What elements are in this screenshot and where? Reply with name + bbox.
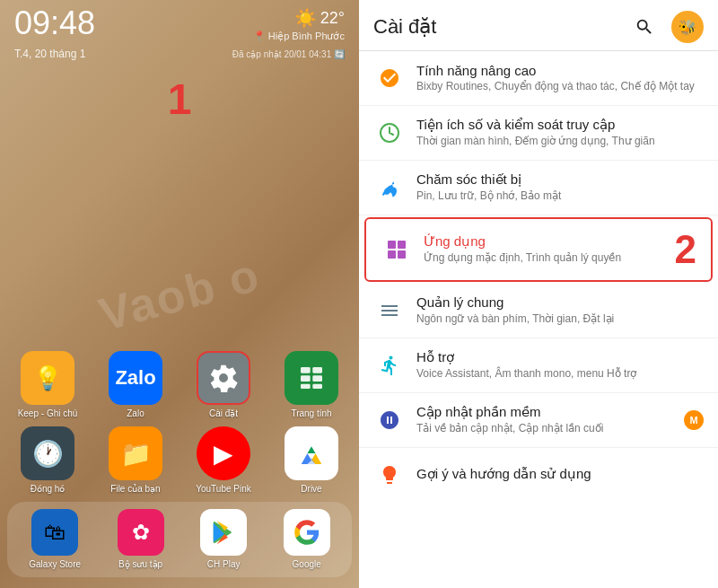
- settings-item-support[interactable]: Hỗ trợ Voice Assistant, Âm thanh mono, m…: [359, 338, 718, 393]
- app-youtube[interactable]: ▶ YouTube Pink: [183, 426, 264, 495]
- app-keep[interactable]: 💡 Keep - Ghi chú: [7, 351, 88, 419]
- keep-label: Keep - Ghi chú: [18, 408, 78, 419]
- location: 📍 Hiệp Bình Phước: [253, 31, 345, 42]
- temperature: 22°: [320, 9, 345, 28]
- settings-item-apps[interactable]: Ứng dụng Ứng dụng mặc định, Trình quản l…: [364, 217, 713, 282]
- collection-label: Bộ sưu tập: [118, 559, 162, 570]
- svg-rect-1: [312, 367, 322, 373]
- digital-title: Tiện ích số và kiểm soát truy cập: [416, 117, 704, 133]
- galaxy-icon: 🛍: [31, 509, 78, 556]
- general-title: Quản lý chung: [416, 294, 704, 311]
- settings-panel: Cài đặt 🐝 Tính năng nâng cao Bixby Ro: [359, 0, 718, 588]
- svg-rect-11: [398, 250, 406, 259]
- app-sheets[interactable]: Trang tính: [271, 351, 352, 419]
- apps-text: Ứng dụng Ứng dụng mặc định, Trình quản l…: [424, 233, 668, 266]
- home-screen: Vaob o 09:48 ☀️ 22° 📍 Hiệp Bình Phước T.…: [0, 0, 359, 588]
- sheets-svg: [297, 364, 326, 392]
- user-avatar[interactable]: 🐝: [671, 11, 704, 43]
- update-text: Cập nhật phần mềm Tải về bản cập nhật, C…: [416, 404, 684, 436]
- svg-rect-8: [388, 241, 396, 249]
- digital-icon: [373, 117, 406, 149]
- settings-item-advanced[interactable]: Tính năng nâng cao Bixby Routines, Chuyể…: [359, 51, 718, 106]
- tips-icon: [373, 459, 406, 491]
- advanced-title: Tính năng nâng cao: [416, 63, 704, 78]
- drive-icon: [285, 426, 338, 480]
- drive-svg: [295, 437, 328, 470]
- general-subtitle: Ngôn ngữ và bàn phím, Thời gian, Đặt lại: [416, 312, 704, 327]
- zalo-icon: Zalo: [109, 351, 162, 405]
- digital-svg: [379, 122, 400, 144]
- app-row-2: 🕐 Đồng hồ 📁 File của bạn ▶ YouTube Pink: [7, 426, 352, 495]
- settings-list: Tính năng nâng cao Bixby Routines, Chuyể…: [359, 51, 718, 588]
- support-title: Hỗ trợ: [416, 349, 704, 365]
- dock-collection[interactable]: ✿ Bộ sưu tập: [118, 509, 164, 570]
- files-label: File của bạn: [110, 484, 160, 495]
- svg-rect-10: [388, 250, 396, 259]
- device-care-text: Chăm sóc thiết bị Pin, Lưu trữ, Bộ nhớ, …: [416, 171, 704, 204]
- time-display: 09:48: [14, 7, 95, 39]
- app-settings[interactable]: Cài đặt: [183, 351, 264, 419]
- chplay-icon: [200, 509, 247, 556]
- home-content: 💡 Keep - Ghi chú Zalo Zalo Cài đặt: [0, 127, 359, 588]
- update-icon: [373, 404, 406, 436]
- google-label: Google: [293, 559, 321, 570]
- update-svg: [379, 409, 400, 431]
- update-text: Đã cập nhật 20/01 04:31 🔄: [232, 49, 345, 59]
- youtube-icon: ▶: [197, 426, 250, 480]
- search-icon: [635, 17, 654, 37]
- tips-text: Gợi ý và hướng dẫn sử dụng: [416, 466, 704, 484]
- settings-item-update[interactable]: Cập nhật phần mềm Tải về bản cập nhật, C…: [359, 393, 718, 448]
- status-bar: 09:48 ☀️ 22° 📍 Hiệp Bình Phước: [0, 0, 359, 46]
- svg-rect-4: [301, 384, 311, 389]
- advanced-icon: [373, 62, 406, 94]
- sheets-label: Trang tính: [291, 408, 331, 419]
- advanced-subtitle: Bixby Routines, Chuyển động và thao tác,…: [416, 80, 704, 94]
- dock-chplay[interactable]: CH Play: [200, 509, 247, 570]
- svg-rect-2: [301, 375, 311, 382]
- app-drive[interactable]: Drive: [271, 426, 352, 495]
- apps-title: Ứng dụng: [424, 233, 668, 250]
- dock-google[interactable]: Google: [284, 509, 330, 570]
- device-care-icon: [373, 171, 406, 204]
- support-subtitle: Voice Assistant, Âm thanh mono, menu Hỗ …: [416, 367, 704, 382]
- device-care-subtitle: Pin, Lưu trữ, Bộ nhớ, Bảo mật: [416, 189, 704, 204]
- youtube-label: YouTube Pink: [196, 484, 251, 495]
- weather-row: ☀️ 22°: [294, 7, 345, 29]
- settings-icon: [197, 351, 250, 405]
- app-zalo[interactable]: Zalo Zalo: [95, 351, 176, 419]
- clock-icon: 🕐: [21, 426, 74, 480]
- svg-rect-0: [301, 367, 311, 373]
- chplay-label: CH Play: [207, 559, 241, 570]
- apps-icon: [381, 233, 413, 266]
- zalo-label: Zalo: [127, 408, 144, 419]
- date-bar: T.4, 20 tháng 1 Đã cập nhật 20/01 04:31 …: [0, 46, 359, 67]
- status-right: ☀️ 22° 📍 Hiệp Bình Phước: [253, 7, 345, 42]
- header-icons: 🐝: [628, 11, 704, 43]
- update-subtitle: Tải về bản cập nhật, Cập nhật lần cuối: [416, 422, 684, 436]
- update-badge: M: [684, 410, 704, 430]
- dock-galaxy[interactable]: 🛍 Galaxy Store: [29, 509, 81, 570]
- tips-svg: [379, 464, 400, 486]
- device-care-title: Chăm sóc thiết bị: [416, 171, 704, 188]
- app-row-1: 💡 Keep - Ghi chú Zalo Zalo Cài đặt: [7, 351, 352, 419]
- dock: 🛍 Galaxy Store ✿ Bộ sưu tập: [7, 502, 352, 577]
- app-clock[interactable]: 🕐 Đồng hồ: [7, 426, 88, 495]
- digital-subtitle: Thời gian màn hình, Đếm giờ ứng dụng, Th…: [416, 135, 704, 149]
- general-text: Quản lý chung Ngôn ngữ và bàn phím, Thời…: [416, 294, 704, 327]
- support-text: Hỗ trợ Voice Assistant, Âm thanh mono, m…: [416, 349, 704, 382]
- search-button[interactable]: [628, 11, 661, 43]
- settings-label: Cài đặt: [209, 408, 238, 419]
- settings-item-tips[interactable]: Gợi ý và hướng dẫn sử dụng: [359, 448, 718, 502]
- settings-item-general[interactable]: Quản lý chung Ngôn ngữ và bàn phím, Thời…: [359, 284, 718, 338]
- device-care-svg: [379, 177, 400, 198]
- svg-rect-3: [312, 375, 322, 382]
- settings-item-device-care[interactable]: Chăm sóc thiết bị Pin, Lưu trữ, Bộ nhớ, …: [359, 161, 718, 215]
- svg-rect-5: [312, 384, 322, 389]
- settings-title: Cài đặt: [373, 15, 436, 39]
- app-files[interactable]: 📁 File của bạn: [95, 426, 176, 495]
- settings-item-digital[interactable]: Tiện ích số và kiểm soát truy cập Thời g…: [359, 106, 718, 161]
- digital-text: Tiện ích số và kiểm soát truy cập Thời g…: [416, 117, 704, 149]
- date-text: T.4, 20 tháng 1: [14, 48, 85, 60]
- galaxy-label: Galaxy Store: [29, 559, 81, 570]
- advanced-text: Tính năng nâng cao Bixby Routines, Chuyể…: [416, 63, 704, 94]
